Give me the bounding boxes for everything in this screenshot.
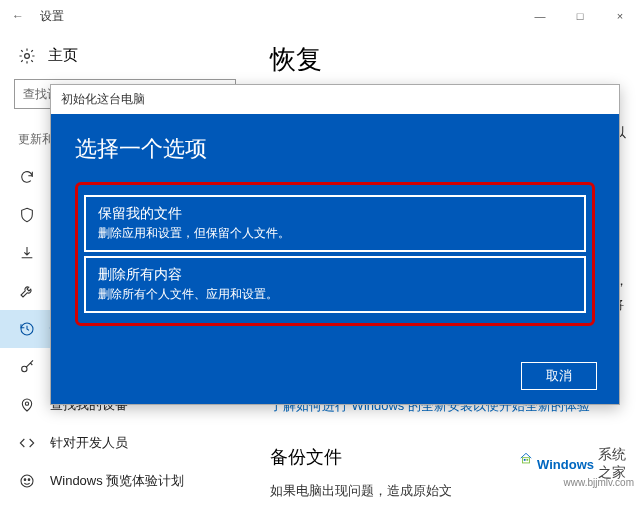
- house-icon: [519, 452, 533, 476]
- svg-rect-8: [527, 459, 529, 461]
- sidebar-item-insider[interactable]: Windows 预览体验计划: [0, 462, 250, 500]
- watermark-brand1: Windows: [537, 457, 594, 472]
- backup-icon: [18, 244, 36, 262]
- shield-icon: [18, 206, 36, 224]
- code-icon: [18, 434, 36, 452]
- option-desc: 删除所有个人文件、应用和设置。: [98, 286, 572, 303]
- sidebar-item-label: 针对开发人员: [50, 434, 128, 452]
- window-titlebar: ← 设置 — □ ×: [0, 0, 640, 32]
- svg-point-0: [25, 53, 30, 58]
- insider-icon: [18, 472, 36, 490]
- options-highlight: 保留我的文件 删除应用和设置，但保留个人文件。 删除所有内容 删除所有个人文件、…: [75, 182, 595, 326]
- window-title: 设置: [36, 8, 64, 25]
- watermark-brand2: 系统之家: [598, 446, 626, 482]
- wrench-icon: [18, 282, 36, 300]
- svg-point-3: [21, 475, 33, 487]
- sidebar-home-label: 主页: [48, 46, 78, 65]
- option-title: 删除所有内容: [98, 266, 572, 284]
- close-button[interactable]: ×: [600, 10, 640, 22]
- svg-rect-7: [524, 459, 526, 461]
- option-title: 保留我的文件: [98, 205, 572, 223]
- watermark: Windows 系统之家 www.bjjmlv.com: [564, 475, 634, 488]
- cancel-button[interactable]: 取消: [521, 362, 597, 390]
- svg-point-2: [25, 402, 28, 405]
- reset-pc-dialog: 初始化这台电脑 选择一个选项 保留我的文件 删除应用和设置，但保留个人文件。 删…: [50, 84, 620, 405]
- minimize-button[interactable]: —: [520, 10, 560, 22]
- history-icon: [18, 320, 36, 338]
- gear-icon: [18, 47, 36, 65]
- sidebar-item-label: Windows 预览体验计划: [50, 472, 184, 490]
- back-button[interactable]: ←: [0, 9, 36, 23]
- page-title: 恢复: [270, 42, 620, 77]
- svg-point-4: [24, 479, 26, 481]
- option-desc: 删除应用和设置，但保留个人文件。: [98, 225, 572, 242]
- svg-point-5: [28, 479, 30, 481]
- option-keep-files[interactable]: 保留我的文件 删除应用和设置，但保留个人文件。: [84, 195, 586, 252]
- option-remove-everything[interactable]: 删除所有内容 删除所有个人文件、应用和设置。: [84, 256, 586, 313]
- dialog-heading: 选择一个选项: [75, 134, 595, 164]
- sidebar-home[interactable]: 主页: [0, 40, 250, 79]
- key-icon: [18, 358, 36, 376]
- dialog-title: 初始化这台电脑: [51, 85, 619, 114]
- sync-icon: [18, 168, 36, 186]
- location-icon: [18, 396, 36, 414]
- svg-rect-6: [523, 458, 530, 463]
- maximize-button[interactable]: □: [560, 10, 600, 22]
- sidebar-item-developers[interactable]: 针对开发人员: [0, 424, 250, 462]
